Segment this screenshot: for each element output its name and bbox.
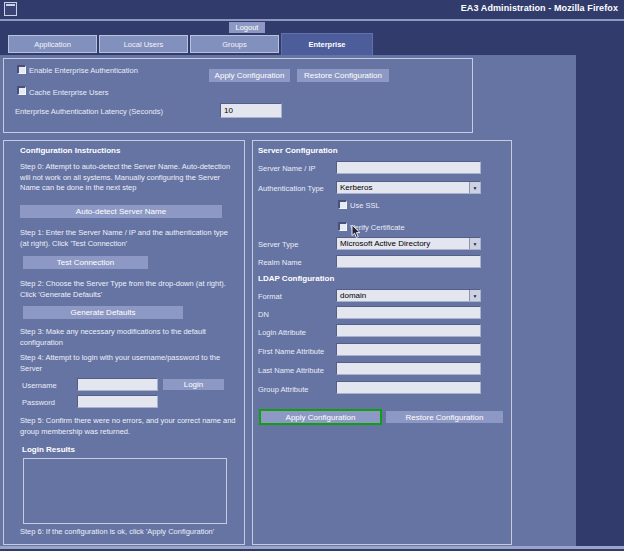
- authentication-type-value: Kerberos: [337, 182, 469, 193]
- use-ssl-label: Use SSL: [350, 201, 380, 210]
- password-label: Password: [22, 398, 55, 407]
- window-title: EA3 Administration - Mozilla Firefox: [461, 3, 618, 13]
- step-3-text: Step 3: Make any necessary modifications…: [20, 327, 225, 348]
- format-label: Format: [258, 292, 282, 301]
- last-name-attribute-label: Last Name Attribute: [258, 366, 324, 375]
- restore-configuration-button[interactable]: Restore Configuration: [386, 411, 503, 423]
- apply-configuration-button-top[interactable]: Apply Configuration: [209, 69, 290, 82]
- step-5-text: Step 5: Confirm there were no errors, an…: [20, 416, 236, 437]
- group-attribute-label: Group Attribute: [258, 385, 308, 394]
- titlebar-divider: [0, 19, 624, 21]
- server-type-value: Microsoft Active Directory: [337, 238, 469, 249]
- verify-certificate-checkbox[interactable]: [338, 222, 347, 231]
- apply-configuration-button[interactable]: Apply Configuration: [259, 409, 382, 425]
- login-results-title: Login Results: [22, 445, 75, 454]
- bottom-edge-line: [0, 546, 624, 549]
- first-name-attribute-input[interactable]: [336, 343, 481, 356]
- latency-label: Enterprise Authentication Latency (Secon…: [15, 107, 163, 116]
- logout-button[interactable]: Logout: [229, 22, 265, 33]
- tab-enterprise[interactable]: Enterprise: [281, 33, 373, 55]
- window-icon[interactable]: [4, 2, 17, 16]
- configuration-instructions-title: Configuration Instructions: [20, 146, 120, 155]
- step-4-text: Step 4: Attempt to login with your usern…: [20, 353, 242, 374]
- cache-enterprise-users-checkbox[interactable]: [17, 86, 26, 95]
- login-attribute-input[interactable]: [336, 324, 481, 337]
- tab-local-users[interactable]: Local Users: [99, 35, 188, 53]
- chevron-down-icon[interactable]: ▼: [469, 182, 480, 193]
- ldap-configuration-title: LDAP Configuration: [258, 274, 334, 283]
- step-1-text: Step 1: Enter the Server Name / IP and t…: [20, 228, 236, 249]
- tab-application[interactable]: Application: [8, 35, 97, 53]
- step-0-text: Step 0: Attempt to auto-detect the Serve…: [20, 162, 236, 194]
- realm-name-input[interactable]: [336, 255, 481, 268]
- latency-input[interactable]: [220, 103, 282, 118]
- password-input[interactable]: [77, 395, 158, 408]
- restore-configuration-button-top[interactable]: Restore Configuration: [297, 69, 389, 82]
- chevron-down-icon[interactable]: ▼: [469, 238, 480, 249]
- login-results-box: [23, 458, 227, 524]
- enable-enterprise-auth-checkbox[interactable]: [17, 65, 26, 74]
- step-6-text: Step 6: If the configuration is ok, clic…: [20, 527, 242, 538]
- authentication-type-select[interactable]: Kerberos ▼: [336, 181, 481, 194]
- use-ssl-checkbox[interactable]: [338, 200, 347, 209]
- cache-enterprise-users-label: Cache Enterprise Users: [29, 88, 109, 97]
- server-name-label: Server Name / IP: [258, 164, 316, 173]
- titlebar: EA3 Administration - Mozilla Firefox: [0, 0, 624, 19]
- authentication-type-label: Authentication Type: [258, 184, 324, 193]
- format-value: domain: [337, 290, 469, 301]
- realm-name-label: Realm Name: [258, 258, 302, 267]
- server-configuration-title: Server Configuration: [258, 146, 338, 155]
- auto-detect-server-name-button[interactable]: Auto-detect Server Name: [20, 205, 222, 218]
- test-connection-button[interactable]: Test Connection: [23, 256, 148, 269]
- enable-enterprise-auth-label: Enable Enterprise Authentication: [29, 66, 138, 75]
- chevron-down-icon[interactable]: ▼: [469, 290, 480, 301]
- dn-label: DN: [258, 310, 269, 319]
- server-name-input[interactable]: [336, 161, 481, 174]
- format-select[interactable]: domain ▼: [336, 289, 481, 302]
- server-type-label: Server Type: [258, 240, 298, 249]
- step-2-text: Step 2: Choose the Server Type from the …: [20, 279, 236, 300]
- login-attribute-label: Login Attribute: [258, 328, 306, 337]
- app-window: EA3 Administration - Mozilla Firefox Log…: [0, 0, 624, 551]
- first-name-attribute-label: First Name Attribute: [258, 347, 324, 356]
- username-input[interactable]: [77, 378, 158, 391]
- mouse-cursor: [351, 224, 362, 239]
- group-attribute-input[interactable]: [336, 381, 481, 394]
- tab-groups[interactable]: Groups: [190, 35, 279, 53]
- generate-defaults-button[interactable]: Generate Defaults: [23, 306, 183, 319]
- dn-input[interactable]: [336, 306, 481, 319]
- username-label: Username: [22, 381, 57, 390]
- last-name-attribute-input[interactable]: [336, 362, 481, 375]
- login-button[interactable]: Login: [163, 379, 224, 390]
